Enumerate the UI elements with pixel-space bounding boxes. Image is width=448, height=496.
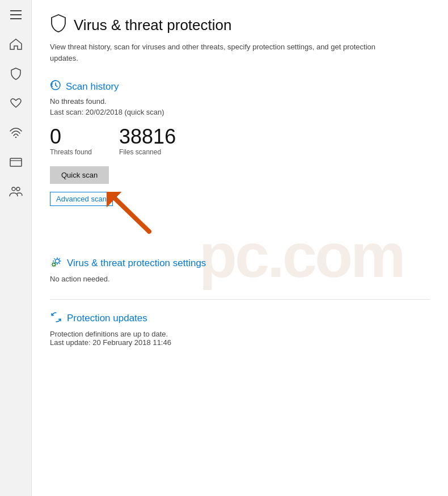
svg-rect-4 — [10, 158, 22, 166]
protection-settings-section: Virus & threat protection settings No ac… — [50, 256, 430, 283]
settings-status: No action needed. — [50, 275, 430, 283]
shield-nav-icon[interactable] — [8, 66, 24, 82]
updates-last-date: Last update: 20 February 2018 11:46 — [50, 338, 430, 347]
svg-point-13 — [56, 259, 60, 263]
shield-title-icon — [50, 14, 67, 37]
divider — [50, 299, 430, 300]
files-label: Files scanned — [119, 148, 161, 156]
family-icon[interactable] — [8, 184, 24, 200]
scan-history-title[interactable]: Scan history — [66, 81, 119, 93]
quick-scan-button[interactable]: Quick scan — [50, 166, 109, 184]
svg-line-10 — [56, 85, 57, 87]
updates-status: Protection definitions are up to date. — [50, 330, 430, 338]
updates-title-row: Protection updates — [50, 311, 430, 326]
svg-rect-1 — [10, 14, 22, 15]
home-icon[interactable] — [8, 36, 24, 52]
svg-rect-0 — [10, 10, 22, 11]
sidebar — [0, 0, 32, 496]
settings-icon — [50, 256, 62, 271]
heart-health-icon[interactable] — [8, 95, 24, 111]
files-value: 38816 — [119, 125, 176, 148]
page-title: Virus & threat protection — [74, 16, 231, 34]
svg-point-7 — [16, 187, 20, 191]
svg-line-12 — [115, 199, 149, 232]
network-icon[interactable] — [8, 125, 24, 141]
hamburger-menu-icon[interactable] — [8, 7, 24, 23]
arrow-indicator — [107, 192, 158, 237]
advanced-scan-button[interactable]: Advanced scan — [50, 192, 113, 206]
svg-rect-2 — [10, 18, 22, 19]
updates-icon — [50, 311, 62, 326]
main-content: pc.com Virus & threat protection View th… — [32, 0, 448, 496]
stats-row: 0 Threats found 38816 Files scanned — [50, 125, 430, 156]
scan-no-threats: No threats found. — [50, 97, 430, 106]
svg-point-14 — [53, 263, 56, 266]
settings-title-row: Virus & threat protection settings — [50, 256, 430, 271]
browser-icon[interactable] — [8, 154, 24, 170]
svg-point-3 — [15, 137, 16, 138]
files-stat: 38816 Files scanned — [119, 125, 176, 156]
scan-last-date: Last scan: 20/02/2018 (quick scan) — [50, 108, 430, 116]
threats-label: Threats found — [50, 148, 92, 156]
protection-updates-section: Protection updates Protection definition… — [50, 311, 430, 347]
threats-stat: 0 Threats found — [50, 125, 92, 156]
scan-history-section: Scan history No threats found. Last scan… — [50, 79, 430, 222]
threats-value: 0 — [50, 125, 61, 148]
svg-point-6 — [12, 187, 15, 191]
scan-history-icon — [50, 79, 61, 94]
settings-title[interactable]: Virus & threat protection settings — [67, 258, 206, 269]
page-subtitle: View threat history, scan for viruses an… — [50, 41, 379, 64]
page-title-row: Virus & threat protection — [50, 14, 430, 37]
updates-title[interactable]: Protection updates — [67, 313, 147, 324]
scan-history-title-row: Scan history — [50, 79, 430, 94]
